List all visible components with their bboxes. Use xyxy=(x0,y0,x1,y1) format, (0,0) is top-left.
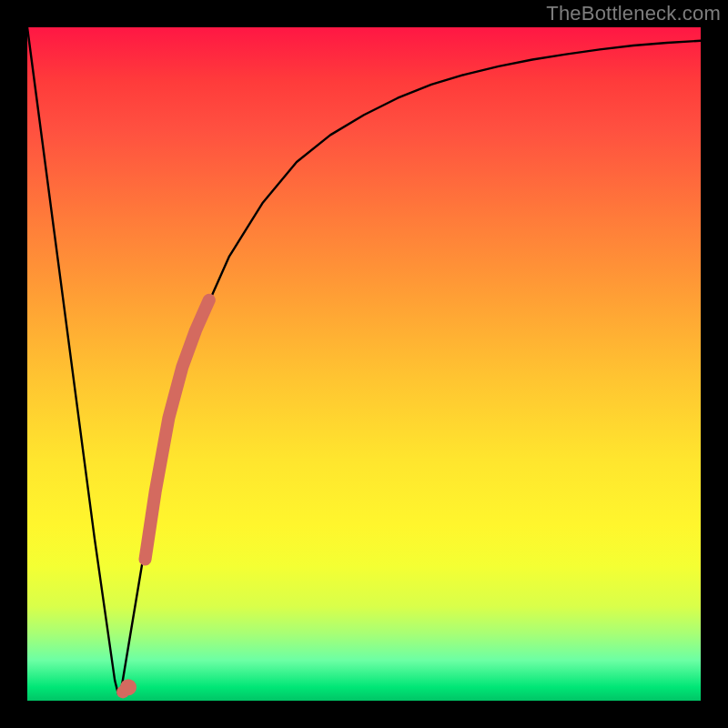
bottleneck-curve xyxy=(27,27,701,694)
highlight-segment xyxy=(146,300,209,560)
highlight-dot xyxy=(120,679,136,695)
plot-area xyxy=(27,27,701,701)
watermark-text: TheBottleneck.com xyxy=(546,2,721,25)
curve-layer xyxy=(27,27,701,701)
chart-container: TheBottleneck.com xyxy=(0,0,728,728)
